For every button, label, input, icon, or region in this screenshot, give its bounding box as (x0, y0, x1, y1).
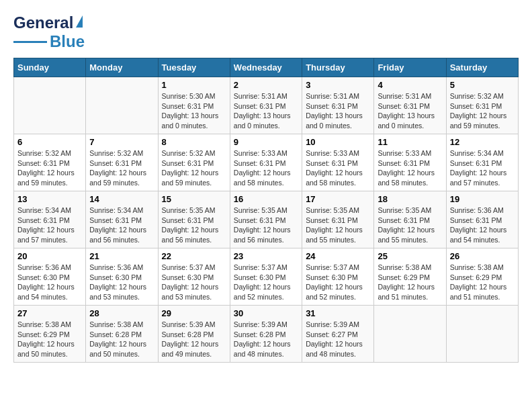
day-number: 9 (234, 137, 298, 147)
calendar-cell: 31Sunrise: 5:39 AM Sunset: 6:27 PM Dayli… (302, 306, 374, 363)
day-info: Sunrise: 5:33 AM Sunset: 6:31 PM Dayligh… (306, 148, 370, 188)
day-info: Sunrise: 5:31 AM Sunset: 6:31 PM Dayligh… (234, 91, 298, 131)
calendar-cell: 15Sunrise: 5:35 AM Sunset: 6:31 PM Dayli… (158, 191, 230, 248)
day-number: 11 (378, 137, 442, 147)
day-number: 7 (89, 137, 154, 147)
calendar-header-saturday: Saturday (446, 58, 518, 77)
calendar-header-row: SundayMondayTuesdayWednesdayThursdayFrid… (14, 58, 519, 77)
day-info: Sunrise: 5:39 AM Sunset: 6:28 PM Dayligh… (234, 320, 298, 359)
day-number: 6 (17, 137, 82, 147)
calendar-header-monday: Monday (86, 58, 158, 77)
calendar-cell: 8Sunrise: 5:32 AM Sunset: 6:31 PM Daylig… (158, 134, 230, 191)
day-info: Sunrise: 5:37 AM Sunset: 6:30 PM Dayligh… (162, 263, 226, 302)
day-info: Sunrise: 5:35 AM Sunset: 6:31 PM Dayligh… (234, 205, 298, 245)
logo-blue: Blue (50, 32, 85, 51)
day-number: 27 (17, 308, 82, 318)
day-info: Sunrise: 5:34 AM Sunset: 6:31 PM Dayligh… (89, 205, 154, 245)
day-info: Sunrise: 5:32 AM Sunset: 6:31 PM Dayligh… (17, 148, 82, 188)
day-number: 13 (17, 194, 82, 204)
day-info: Sunrise: 5:37 AM Sunset: 6:30 PM Dayligh… (306, 263, 370, 302)
day-info: Sunrise: 5:32 AM Sunset: 6:31 PM Dayligh… (450, 91, 515, 131)
day-info: Sunrise: 5:31 AM Sunset: 6:31 PM Dayligh… (306, 91, 370, 131)
calendar-cell: 5Sunrise: 5:32 AM Sunset: 6:31 PM Daylig… (446, 77, 518, 134)
day-info: Sunrise: 5:34 AM Sunset: 6:31 PM Dayligh… (450, 148, 515, 188)
day-info: Sunrise: 5:39 AM Sunset: 6:28 PM Dayligh… (162, 320, 226, 359)
calendar-table: SundayMondayTuesdayWednesdayThursdayFrid… (13, 58, 519, 363)
day-info: Sunrise: 5:38 AM Sunset: 6:29 PM Dayligh… (450, 263, 515, 302)
calendar-cell: 2Sunrise: 5:31 AM Sunset: 6:31 PM Daylig… (230, 77, 302, 134)
day-number: 26 (450, 251, 515, 261)
calendar-cell: 29Sunrise: 5:39 AM Sunset: 6:28 PM Dayli… (158, 306, 230, 363)
calendar-week-3: 13Sunrise: 5:34 AM Sunset: 6:31 PM Dayli… (14, 191, 519, 248)
calendar-cell: 14Sunrise: 5:34 AM Sunset: 6:31 PM Dayli… (86, 191, 158, 248)
calendar-header-friday: Friday (374, 58, 446, 77)
page-header: General Blue (13, 13, 519, 51)
calendar-cell: 1Sunrise: 5:30 AM Sunset: 6:31 PM Daylig… (158, 77, 230, 134)
calendar-cell: 19Sunrise: 5:36 AM Sunset: 6:31 PM Dayli… (446, 191, 518, 248)
day-number: 12 (450, 137, 515, 147)
day-number: 3 (306, 80, 370, 90)
day-number: 24 (306, 251, 370, 261)
calendar-header-thursday: Thursday (302, 58, 374, 77)
calendar-cell: 3Sunrise: 5:31 AM Sunset: 6:31 PM Daylig… (302, 77, 374, 134)
day-number: 21 (89, 251, 154, 261)
calendar-cell: 22Sunrise: 5:37 AM Sunset: 6:30 PM Dayli… (158, 248, 230, 306)
calendar-cell: 12Sunrise: 5:34 AM Sunset: 6:31 PM Dayli… (446, 134, 518, 191)
day-number: 14 (89, 194, 154, 204)
day-number: 29 (162, 308, 226, 318)
day-info: Sunrise: 5:32 AM Sunset: 6:31 PM Dayligh… (89, 148, 154, 188)
calendar-cell: 24Sunrise: 5:37 AM Sunset: 6:30 PM Dayli… (302, 248, 374, 306)
calendar-cell: 27Sunrise: 5:38 AM Sunset: 6:29 PM Dayli… (14, 306, 86, 363)
calendar-cell: 20Sunrise: 5:36 AM Sunset: 6:30 PM Dayli… (14, 248, 86, 306)
day-number: 18 (378, 194, 442, 204)
calendar-cell: 10Sunrise: 5:33 AM Sunset: 6:31 PM Dayli… (302, 134, 374, 191)
calendar-cell: 9Sunrise: 5:33 AM Sunset: 6:31 PM Daylig… (230, 134, 302, 191)
day-info: Sunrise: 5:36 AM Sunset: 6:30 PM Dayligh… (89, 263, 154, 302)
day-info: Sunrise: 5:38 AM Sunset: 6:29 PM Dayligh… (378, 263, 442, 302)
calendar-cell: 7Sunrise: 5:32 AM Sunset: 6:31 PM Daylig… (86, 134, 158, 191)
day-number: 1 (162, 80, 226, 90)
day-info: Sunrise: 5:37 AM Sunset: 6:30 PM Dayligh… (234, 263, 298, 302)
day-info: Sunrise: 5:34 AM Sunset: 6:31 PM Dayligh… (17, 205, 82, 245)
day-info: Sunrise: 5:36 AM Sunset: 6:31 PM Dayligh… (450, 205, 515, 245)
calendar-cell: 25Sunrise: 5:38 AM Sunset: 6:29 PM Dayli… (374, 248, 446, 306)
day-number: 22 (162, 251, 226, 261)
calendar-cell: 26Sunrise: 5:38 AM Sunset: 6:29 PM Dayli… (446, 248, 518, 306)
calendar-header-tuesday: Tuesday (158, 58, 230, 77)
calendar-cell: 16Sunrise: 5:35 AM Sunset: 6:31 PM Dayli… (230, 191, 302, 248)
calendar-cell: 6Sunrise: 5:32 AM Sunset: 6:31 PM Daylig… (14, 134, 86, 191)
calendar-week-2: 6Sunrise: 5:32 AM Sunset: 6:31 PM Daylig… (14, 134, 519, 191)
calendar-header-sunday: Sunday (14, 58, 86, 77)
day-info: Sunrise: 5:33 AM Sunset: 6:31 PM Dayligh… (234, 148, 298, 188)
day-info: Sunrise: 5:39 AM Sunset: 6:27 PM Dayligh… (306, 320, 370, 359)
day-number: 28 (89, 308, 154, 318)
day-number: 10 (306, 137, 370, 147)
calendar-week-4: 20Sunrise: 5:36 AM Sunset: 6:30 PM Dayli… (14, 248, 519, 306)
calendar-cell: 30Sunrise: 5:39 AM Sunset: 6:28 PM Dayli… (230, 306, 302, 363)
day-number: 5 (450, 80, 515, 90)
day-number: 16 (234, 194, 298, 204)
calendar-week-5: 27Sunrise: 5:38 AM Sunset: 6:29 PM Dayli… (14, 306, 519, 363)
calendar-cell: 17Sunrise: 5:35 AM Sunset: 6:31 PM Dayli… (302, 191, 374, 248)
day-info: Sunrise: 5:36 AM Sunset: 6:30 PM Dayligh… (17, 263, 82, 302)
calendar-cell (86, 77, 158, 134)
day-number: 23 (234, 251, 298, 261)
day-info: Sunrise: 5:38 AM Sunset: 6:28 PM Dayligh… (89, 320, 154, 359)
calendar-cell: 11Sunrise: 5:33 AM Sunset: 6:31 PM Dayli… (374, 134, 446, 191)
day-info: Sunrise: 5:30 AM Sunset: 6:31 PM Dayligh… (162, 91, 226, 131)
day-number: 20 (17, 251, 82, 261)
logo-general: General (13, 13, 73, 32)
day-number: 31 (306, 308, 370, 318)
calendar-cell (374, 306, 446, 363)
calendar-cell: 18Sunrise: 5:35 AM Sunset: 6:31 PM Dayli… (374, 191, 446, 248)
day-info: Sunrise: 5:33 AM Sunset: 6:31 PM Dayligh… (378, 148, 442, 188)
calendar-cell: 13Sunrise: 5:34 AM Sunset: 6:31 PM Dayli… (14, 191, 86, 248)
day-number: 19 (450, 194, 515, 204)
calendar-cell (14, 77, 86, 134)
day-info: Sunrise: 5:35 AM Sunset: 6:31 PM Dayligh… (378, 205, 442, 245)
day-number: 30 (234, 308, 298, 318)
day-number: 2 (234, 80, 298, 90)
day-info: Sunrise: 5:32 AM Sunset: 6:31 PM Dayligh… (162, 148, 226, 188)
day-info: Sunrise: 5:35 AM Sunset: 6:31 PM Dayligh… (306, 205, 370, 245)
calendar-cell: 23Sunrise: 5:37 AM Sunset: 6:30 PM Dayli… (230, 248, 302, 306)
